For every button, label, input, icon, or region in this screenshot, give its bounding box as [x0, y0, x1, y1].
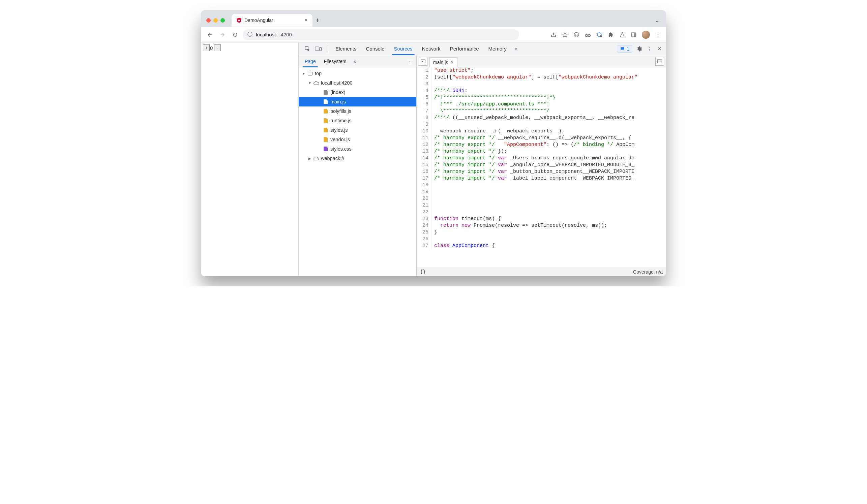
incognito-icon[interactable] [585, 31, 591, 38]
editor-history-nav[interactable] [419, 57, 427, 66]
line-number[interactable]: 11 [417, 135, 431, 142]
code-line[interactable]: /* harmony export */ __webpack_require__… [431, 135, 666, 142]
code-line[interactable]: \**********************************/ [431, 108, 666, 114]
increment-button[interactable]: + [203, 44, 210, 51]
devtools-tabs-overflow[interactable]: » [512, 46, 520, 52]
code-line[interactable]: function timeout(ms) { [431, 216, 666, 222]
tree-file[interactable]: vendor.js [299, 135, 416, 144]
code-line[interactable]: (self["webpackChunkdemo_angular"] = self… [431, 74, 666, 81]
tree-file[interactable]: runtime.js [299, 116, 416, 125]
code-line[interactable]: /* harmony import */ var _label_label_co… [431, 175, 666, 182]
side-panel-icon[interactable] [630, 31, 637, 38]
code-line[interactable]: __webpack_require__.r(__webpack_exports_… [431, 128, 666, 135]
reload-button[interactable] [230, 29, 241, 40]
tab-overflow[interactable]: ⌄ [655, 17, 663, 24]
back-button[interactable] [204, 29, 215, 40]
line-number[interactable]: 17 [417, 175, 431, 182]
line-number[interactable]: 2 [417, 74, 431, 81]
line-number[interactable]: 21 [417, 202, 431, 209]
line-number[interactable]: 3 [417, 81, 431, 88]
tree-file[interactable]: styles.js [299, 125, 416, 135]
extension-badge-icon[interactable] [596, 31, 603, 38]
close-window-icon[interactable] [206, 18, 211, 23]
forward-button[interactable] [217, 29, 228, 40]
tree-origin[interactable]: ▼localhost:4200 [299, 78, 416, 88]
minimize-window-icon[interactable] [213, 18, 218, 23]
navigator-tab-page[interactable]: Page [301, 55, 320, 67]
code-line[interactable] [431, 121, 666, 128]
code-line[interactable]: class AppComponent { [431, 243, 666, 249]
line-number[interactable]: 26 [417, 236, 431, 243]
settings-gear-icon[interactable] [636, 45, 642, 52]
code-line[interactable]: /* harmony import */ var _Users_bramus_r… [431, 155, 666, 162]
line-number[interactable]: 24 [417, 222, 431, 229]
navigator-tab-filesystem[interactable]: Filesystem [320, 55, 351, 67]
code-line[interactable] [431, 202, 666, 209]
line-number[interactable]: 16 [417, 168, 431, 175]
navigator-tabs-overflow[interactable]: » [351, 59, 359, 64]
code-line[interactable] [431, 209, 666, 216]
code-line[interactable]: "use strict"; [431, 67, 666, 74]
code-line[interactable] [431, 189, 666, 195]
line-number[interactable]: 5 [417, 94, 431, 101]
tree-file[interactable]: (index) [299, 88, 416, 97]
close-editor-tab-icon[interactable]: × [451, 59, 453, 65]
decrement-button[interactable]: - [214, 44, 221, 51]
code-viewport[interactable]: 1"use strict";2(self["webpackChunkdemo_a… [417, 67, 666, 267]
editor-tab[interactable]: main.js × [429, 57, 458, 67]
line-number[interactable]: 1 [417, 67, 431, 74]
line-number[interactable]: 18 [417, 182, 431, 189]
inspect-element-icon[interactable] [304, 45, 311, 52]
code-line[interactable]: /* harmony export */ "AppComponent": () … [431, 142, 666, 148]
code-line[interactable]: /* harmony import */ var _angular_core__… [431, 162, 666, 168]
devtools-tab-memory[interactable]: Memory [484, 42, 511, 55]
line-number[interactable]: 8 [417, 114, 431, 121]
site-info-icon[interactable]: ⓘ [247, 31, 253, 38]
line-number[interactable]: 23 [417, 216, 431, 222]
devtools-tab-elements[interactable]: Elements [331, 42, 361, 55]
close-tab-icon[interactable]: × [305, 17, 308, 23]
window-controls[interactable] [206, 18, 225, 23]
omnibox[interactable]: ⓘ localhost:4200 [243, 29, 519, 40]
tree-top-frame[interactable]: ▼top [299, 69, 416, 78]
line-number[interactable]: 10 [417, 128, 431, 135]
extension-face-icon[interactable] [573, 31, 580, 38]
line-number[interactable]: 6 [417, 101, 431, 108]
maximize-window-icon[interactable] [221, 18, 225, 23]
devtools-tab-performance[interactable]: Performance [445, 42, 484, 55]
line-number[interactable]: 4 [417, 88, 431, 94]
code-line[interactable]: !*** ./src/app/app.component.ts ***! [431, 101, 666, 108]
tree-file[interactable]: styles.css [299, 144, 416, 154]
file-tree[interactable]: ▼top▼localhost:4200(index)main.jspolyfil… [299, 67, 416, 276]
code-line[interactable]: /* harmony export */ }); [431, 148, 666, 155]
code-line[interactable] [431, 195, 666, 202]
extensions-puzzle-icon[interactable] [608, 31, 614, 38]
line-number[interactable]: 12 [417, 142, 431, 148]
code-line[interactable]: return new Promise(resolve => setTimeout… [431, 222, 666, 229]
code-line[interactable] [431, 81, 666, 88]
devtools-tab-console[interactable]: Console [361, 42, 389, 55]
code-line[interactable]: /***/ 5041: [431, 88, 666, 94]
code-line[interactable] [431, 236, 666, 243]
line-number[interactable]: 22 [417, 209, 431, 216]
line-number[interactable]: 20 [417, 195, 431, 202]
share-icon[interactable] [550, 31, 557, 38]
code-line[interactable]: } [431, 229, 666, 236]
chrome-menu-icon[interactable]: ⋮ [655, 31, 661, 38]
line-number[interactable]: 27 [417, 243, 431, 249]
navigator-menu-icon[interactable]: ⋮ [406, 59, 414, 64]
labs-flask-icon[interactable] [619, 31, 625, 38]
line-number[interactable]: 9 [417, 121, 431, 128]
line-number[interactable]: 15 [417, 162, 431, 168]
tree-webpack[interactable]: ▶webpack:// [299, 154, 416, 163]
devtools-tab-network[interactable]: Network [417, 42, 445, 55]
line-number[interactable]: 7 [417, 108, 431, 114]
code-line[interactable]: /* harmony import */ var _button_button_… [431, 168, 666, 175]
devtools-tab-sources[interactable]: Sources [389, 42, 417, 55]
editor-drawer-toggle[interactable] [655, 57, 664, 66]
line-number[interactable]: 25 [417, 229, 431, 236]
tree-file[interactable]: polyfills.js [299, 107, 416, 116]
tree-file[interactable]: main.js [299, 97, 416, 107]
device-toolbar-icon[interactable] [315, 45, 322, 52]
line-number[interactable]: 19 [417, 189, 431, 195]
